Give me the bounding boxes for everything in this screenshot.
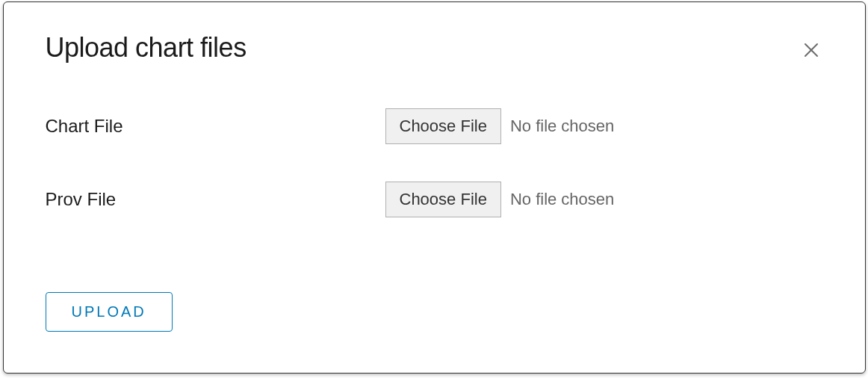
prov-file-choose-button[interactable]: Choose File — [385, 182, 501, 217]
chart-file-row: Chart File Choose File No file chosen — [46, 108, 823, 144]
prov-file-status: No file chosen — [510, 190, 614, 209]
prov-file-label: Prov File — [46, 189, 385, 210]
modal-title: Upload chart files — [46, 32, 247, 63]
chart-file-label: Chart File — [46, 116, 385, 137]
close-icon — [802, 41, 820, 59]
upload-chart-files-modal: Upload chart files Chart File Choose Fil… — [3, 1, 866, 374]
chart-file-status: No file chosen — [510, 117, 614, 136]
chart-file-input-wrap: Choose File No file chosen — [385, 108, 615, 144]
chart-file-choose-button[interactable]: Choose File — [385, 108, 501, 144]
prov-file-input-wrap: Choose File No file chosen — [385, 182, 615, 217]
prov-file-row: Prov File Choose File No file chosen — [46, 182, 823, 217]
upload-button[interactable]: UPLOAD — [46, 292, 173, 332]
modal-header: Upload chart files — [46, 32, 823, 63]
close-button[interactable] — [799, 38, 823, 62]
